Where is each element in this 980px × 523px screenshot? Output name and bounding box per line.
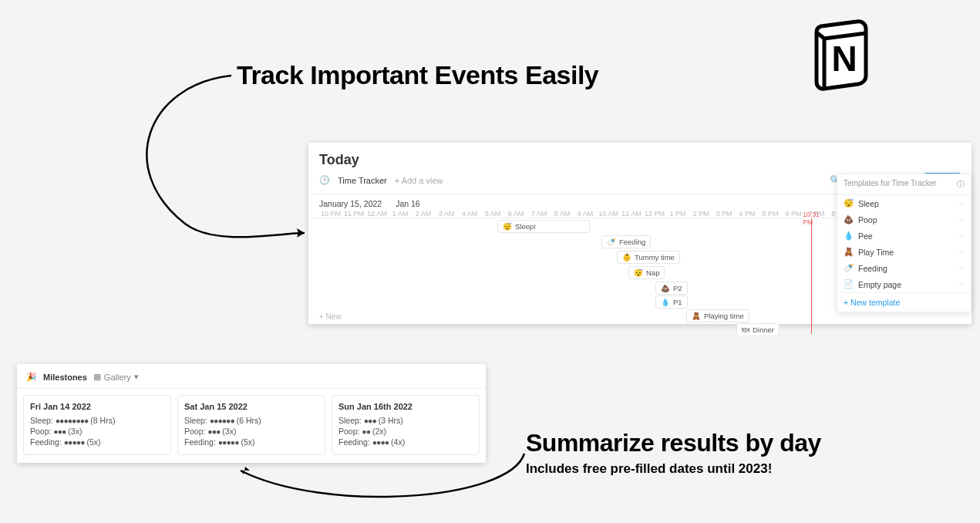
timeline-event[interactable]: 🧸Playing time [686, 309, 749, 322]
date-1: Jan 16 [396, 199, 420, 208]
template-icon: 💧 [844, 231, 854, 241]
tick: 12 AM [365, 210, 389, 218]
event-label: P2 [673, 284, 682, 292]
subheading: Includes free pre-filled dates until 202… [526, 461, 772, 477]
timeline-event[interactable]: 🍼Feeding [601, 235, 651, 248]
poop-line: Poop: ●●● (3x) [30, 427, 164, 436]
template-item[interactable]: 💧Pee⋯ [837, 228, 971, 244]
svg-text:N: N [831, 39, 857, 79]
sleep-line: Sleep: ●●●●●●●● (8 Hrs) [30, 416, 164, 425]
template-item[interactable]: 😴Sleep⋯ [837, 195, 971, 211]
template-item[interactable]: 🍼Feeding⋯ [837, 260, 971, 276]
tick: 10 PM [319, 210, 342, 218]
milestone-card[interactable]: Sat Jan 15 2022Sleep: ●●●●●● (6 Hrs)Poop… [177, 395, 325, 455]
template-label: Sleep [858, 199, 879, 208]
event-label: Playing time [704, 312, 744, 320]
event-icon: 😴 [503, 222, 512, 231]
timeline-event[interactable]: 😴Nap [628, 266, 665, 279]
new-template-button[interactable]: + New template [837, 292, 971, 312]
tick: 8 AM [551, 210, 574, 218]
card-title: Fri Jan 14 2022 [30, 402, 164, 411]
timeline-event[interactable]: 🍽Dinner [736, 323, 780, 336]
new-row-button[interactable]: + New [319, 312, 342, 321]
tick: 5 AM [481, 210, 504, 218]
notion-logo: N [803, 15, 880, 93]
template-label: Empty page [858, 280, 901, 289]
tick: 3 AM [435, 210, 458, 218]
template-label: Poop [858, 215, 877, 224]
timeline-event[interactable]: 👶Tummy time [617, 251, 680, 264]
tick: 4 PM [736, 210, 759, 218]
tick: 6 AM [504, 210, 527, 218]
info-icon[interactable]: ⓘ [957, 179, 965, 190]
milestones-title[interactable]: Milestones [43, 373, 87, 382]
add-view-button[interactable]: + Add a view [395, 176, 443, 185]
clock-icon: 🕒 [319, 175, 330, 185]
milestone-card[interactable]: Sun Jan 16th 2022Sleep: ●●● (3 Hrs)Poop:… [332, 395, 480, 455]
tick: 5 PM [759, 210, 782, 218]
event-icon: 👶 [622, 253, 631, 262]
template-item[interactable]: 📄Empty page⋯ [837, 276, 971, 292]
now-indicator: 10:31 PM [811, 218, 812, 334]
template-icon: 💩 [844, 214, 854, 224]
tick: 11 PM [342, 210, 365, 218]
more-icon[interactable]: ⋯ [956, 215, 965, 224]
event-label: Feeding [619, 238, 645, 246]
gallery-icon: ▦ [93, 372, 101, 382]
event-icon: 🧸 [692, 312, 701, 320]
heading-summarize: Summarize results by day [526, 429, 821, 457]
event-icon: 🍼 [607, 238, 616, 246]
db-name[interactable]: Time Tracker [338, 176, 387, 185]
templates-dropdown: Templates for Time Trackerⓘ 😴Sleep⋯💩Poop… [837, 174, 972, 312]
event-icon: 😴 [634, 268, 643, 277]
event-label: P1 [673, 298, 682, 306]
event-icon: 💩 [661, 284, 670, 292]
template-icon: 📄 [844, 279, 854, 289]
timeline-event[interactable]: 😴Sleep! [497, 220, 590, 233]
tick: 2 PM [689, 210, 712, 218]
time-tracker-panel: Today 🕒 Time Tracker + Add a view 🔍 Sear… [308, 143, 972, 324]
event-label: Tummy time [635, 253, 675, 262]
tick: 12 PM [643, 210, 666, 218]
template-item[interactable]: 💩Poop⋯ [837, 211, 971, 228]
tick: 10 AM [597, 210, 620, 218]
tick: 7 AM [527, 210, 551, 218]
feeding-line: Feeding: ●●●● (4x) [338, 437, 473, 447]
view-switcher[interactable]: ▦ Gallery ▾ [93, 372, 139, 382]
feeding-line: Feeding: ●●●●● (5x) [30, 437, 164, 447]
card-title: Sun Jan 16th 2022 [338, 402, 473, 411]
heading-track: Track Important Events Easily [237, 60, 598, 90]
poop-line: Poop: ●● (2x) [338, 427, 473, 436]
card-title: Sat Jan 15 2022 [184, 402, 318, 411]
page-title: Today [308, 143, 972, 173]
event-icon: 🍽 [742, 326, 749, 334]
timeline-event[interactable]: 💧P1 [655, 295, 688, 309]
templates-header: Templates for Time Tracker [844, 179, 937, 190]
tick: 6 PM [782, 210, 805, 218]
tick: 4 AM [458, 210, 481, 218]
tick: 1 PM [666, 210, 689, 218]
tick: 9 AM [574, 210, 597, 218]
date-0: January 15, 2022 [319, 199, 382, 208]
event-label: Sleep! [515, 222, 536, 231]
more-icon[interactable]: ⋯ [956, 199, 965, 208]
template-item[interactable]: 🧸Play Time⋯ [837, 244, 971, 260]
template-label: Play Time [858, 248, 894, 257]
tick: 2 AM [412, 210, 435, 218]
more-icon[interactable]: ⋯ [956, 231, 965, 241]
tick: 11 AM [620, 210, 643, 218]
more-icon[interactable]: ⋯ [956, 280, 965, 289]
timeline-event[interactable]: 💩P2 [655, 282, 688, 295]
template-icon: 🍼 [844, 263, 854, 273]
template-label: Feeding [858, 264, 887, 273]
template-label: Pee [858, 231, 873, 241]
tick: 1 AM [389, 210, 412, 218]
tick: 3 PM [712, 210, 736, 218]
feeding-line: Feeding: ●●●●● (5x) [184, 437, 318, 447]
milestone-card[interactable]: Fri Jan 14 2022Sleep: ●●●●●●●● (8 Hrs)Po… [23, 395, 171, 455]
more-icon[interactable]: ⋯ [956, 264, 965, 273]
sleep-line: Sleep: ●●● (3 Hrs) [338, 416, 473, 425]
sleep-line: Sleep: ●●●●●● (6 Hrs) [184, 416, 318, 425]
more-icon[interactable]: ⋯ [956, 248, 965, 257]
event-icon: 💧 [661, 298, 670, 306]
